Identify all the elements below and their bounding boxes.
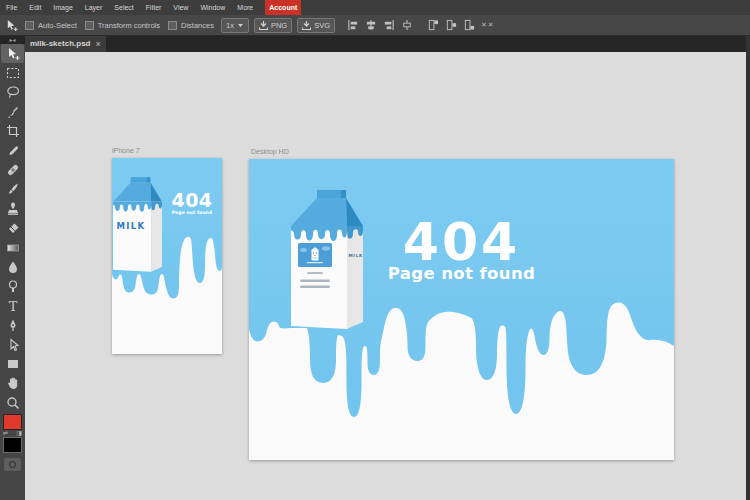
tool-brush[interactable] [0, 180, 25, 199]
artboard-iphone[interactable]: MILK 404 Page not found [112, 158, 222, 354]
tool-blur[interactable] [0, 257, 25, 276]
tool-lasso[interactable] [0, 83, 25, 102]
download-icon [302, 21, 311, 30]
align-artboard-top-icon[interactable] [427, 19, 439, 31]
tool-dodge[interactable] [0, 277, 25, 296]
swap-colors-icon[interactable]: ⇄ [3, 430, 8, 437]
background-color-swatch[interactable] [3, 437, 22, 453]
align-left-icon[interactable] [347, 19, 359, 31]
menu-file[interactable]: File [0, 0, 23, 15]
menu-layer[interactable]: Layer [79, 0, 109, 15]
foreground-color-swatch[interactable] [3, 414, 22, 430]
svg-text:T: T [8, 299, 17, 313]
menu-bar: File Edit Image Layer Select Filter View… [0, 0, 750, 15]
export-png-button[interactable]: PNG [254, 18, 292, 33]
distances-option[interactable]: Distances [168, 21, 214, 30]
tool-pen[interactable] [0, 315, 25, 334]
tool-options-bar: Auto-Select Transform controls Distances… [0, 15, 750, 36]
chevron-down-icon [237, 23, 244, 28]
artboard-label-iphone[interactable]: iPhone 7 [112, 147, 140, 154]
tool-rectangle[interactable] [0, 354, 25, 373]
default-colors-icon[interactable]: ◨ [16, 430, 22, 437]
transform-controls-checkbox[interactable] [85, 21, 94, 30]
tool-type[interactable]: T [0, 296, 25, 315]
close-tab-icon[interactable]: × [95, 36, 100, 52]
move-tool-icon [5, 19, 18, 32]
menu-account[interactable]: Account [265, 0, 301, 15]
tool-clone-stamp[interactable] [0, 199, 25, 218]
menu-more[interactable]: More [231, 0, 259, 15]
canvas-area[interactable]: iPhone 7 Desktop HD MILK 404 Page not fo… [25, 52, 746, 500]
tool-zoom[interactable] [0, 393, 25, 412]
align-artboard-bottom-icon[interactable] [463, 19, 475, 31]
tool-eyedropper[interactable] [0, 141, 25, 160]
zoom-level-dropdown[interactable]: 1x [221, 18, 249, 33]
menu-select[interactable]: Select [108, 0, 139, 15]
right-panel-edge [746, 36, 750, 500]
svg-text:MILK: MILK [116, 221, 145, 231]
menu-image[interactable]: Image [47, 0, 78, 15]
auto-select-checkbox[interactable] [25, 21, 34, 30]
align-middle-vertical-icon[interactable] [401, 19, 413, 31]
menu-view[interactable]: View [167, 0, 194, 15]
quick-mask-button[interactable] [4, 458, 21, 471]
tool-path-select[interactable] [0, 335, 25, 354]
tool-quick-select[interactable] [0, 102, 25, 121]
tool-move[interactable] [1, 44, 24, 63]
align-right-icon[interactable] [383, 19, 395, 31]
align-center-horizontal-icon[interactable] [365, 19, 377, 31]
collapse-toolbar-icon[interactable]: ▸◂ [0, 36, 25, 44]
distances-checkbox[interactable] [168, 21, 177, 30]
swap-dimensions-icon[interactable]: ✕✕ [481, 21, 495, 29]
tool-healing[interactable] [0, 160, 25, 179]
artboard-desktop[interactable]: MILK 404 Page not found [249, 159, 674, 460]
move-icon [6, 47, 20, 61]
transform-controls-option[interactable]: Transform controls [85, 21, 160, 30]
tool-gradient[interactable] [0, 238, 25, 257]
toolbar: ▸◂ T ⇄◨ [0, 36, 25, 500]
menu-window[interactable]: Window [194, 0, 231, 15]
heading-404: 404 [249, 216, 674, 268]
artboard-label-desktop[interactable]: Desktop HD [251, 148, 289, 155]
tool-marquee-select[interactable] [0, 63, 25, 82]
tool-hand[interactable] [0, 374, 25, 393]
menu-filter[interactable]: Filter [140, 0, 168, 15]
tool-eraser[interactable] [0, 219, 25, 238]
auto-select-option[interactable]: Auto-Select [25, 21, 77, 30]
subheading-page-not-found: Page not found [142, 211, 222, 216]
document-tab[interactable]: milk-sketch.psd × [25, 36, 106, 52]
tool-crop[interactable] [0, 122, 25, 141]
document-tab-title: milk-sketch.psd [30, 36, 90, 52]
menu-edit[interactable]: Edit [23, 0, 47, 15]
heading-404: 404 [142, 191, 222, 210]
download-icon [259, 21, 268, 30]
document-tab-bar: milk-sketch.psd × [0, 36, 750, 52]
export-svg-button[interactable]: SVG [297, 18, 335, 33]
subheading-page-not-found: Page not found [249, 266, 674, 283]
align-artboard-middle-icon[interactable] [445, 19, 457, 31]
